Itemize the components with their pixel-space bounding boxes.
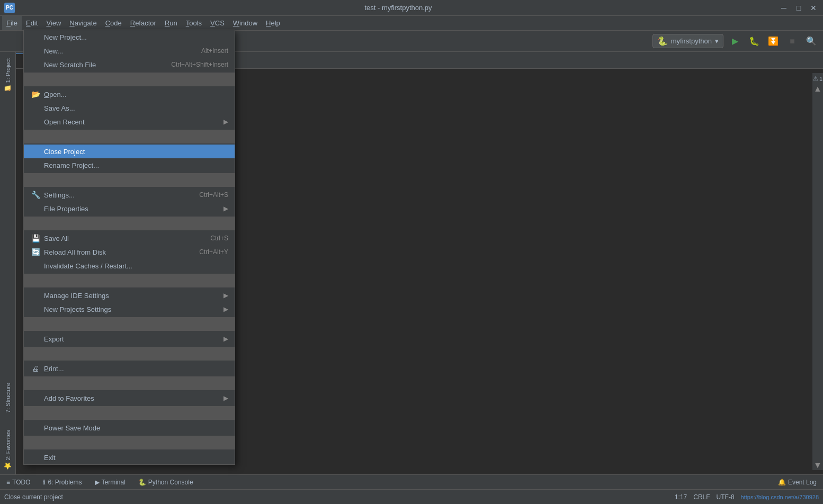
debug-button[interactable]: 🐛 bbox=[747, 34, 762, 49]
menu-new-scratch-label: New Scratch File bbox=[44, 61, 160, 69]
event-log-label: Event Log bbox=[788, 479, 817, 486]
sidebar-tab-favorites[interactable]: ⭐ 2: Favorites bbox=[2, 421, 14, 474]
terminal-icon: ▶ bbox=[95, 479, 100, 486]
file-dropdown-menu[interactable]: New Project... New... Alt+Insert New Scr… bbox=[23, 30, 235, 465]
bottom-tab-problems[interactable]: ℹ 6: Problems bbox=[41, 479, 84, 486]
menu-vcs[interactable]: VCS bbox=[206, 16, 229, 30]
menu-add-to-favorites[interactable]: Add to Favorites ▶ bbox=[24, 391, 235, 405]
separator-3 bbox=[24, 173, 235, 187]
menu-add-favorites-label: Add to Favorites bbox=[44, 394, 221, 402]
menu-new-projects-label: New Projects Settings bbox=[44, 305, 221, 313]
reload-shortcut: Ctrl+Alt+Y bbox=[199, 248, 228, 256]
menu-edit[interactable]: Edit bbox=[22, 16, 42, 30]
menu-open-recent[interactable]: Open Recent ▶ bbox=[24, 115, 235, 129]
line-ending[interactable]: CRLF bbox=[693, 493, 710, 501]
menu-rename-project-label: Rename Project... bbox=[44, 161, 228, 169]
menu-new[interactable]: New... Alt+Insert bbox=[24, 44, 235, 58]
menu-exit[interactable]: Exit bbox=[24, 451, 235, 464]
menu-invalidate-caches[interactable]: Invalidate Caches / Restart... bbox=[24, 259, 235, 273]
url-link[interactable]: https://blog.csdn.net/a/730928 bbox=[741, 494, 819, 500]
settings-shortcut: Ctrl+Alt+S bbox=[199, 191, 228, 199]
menu-file-properties[interactable]: File Properties ▶ bbox=[24, 202, 235, 215]
menu-manage-ide-label: Manage IDE Settings bbox=[44, 292, 221, 300]
separator-1 bbox=[24, 73, 235, 86]
run-button[interactable]: ▶ bbox=[728, 34, 743, 49]
bottom-tab-todo[interactable]: ≡ TODO bbox=[4, 479, 32, 486]
menu-settings[interactable]: 🔧 Settings... Ctrl+Alt+S bbox=[24, 188, 235, 202]
problems-label: 6: Problems bbox=[48, 479, 82, 486]
menu-open-recent-label: Open Recent bbox=[44, 118, 221, 126]
menu-power-save[interactable]: Power Save Mode bbox=[24, 421, 235, 435]
menu-manage-ide-settings[interactable]: Manage IDE Settings ▶ bbox=[24, 289, 235, 302]
bottom-toolbar: ≡ TODO ℹ 6: Problems ▶ Terminal 🐍 Python… bbox=[0, 474, 823, 489]
menu-reload-disk-label: Reload All from Disk bbox=[44, 248, 189, 256]
menu-run[interactable]: Run bbox=[160, 16, 182, 30]
window-title: test - myfirstpython.py bbox=[18, 4, 779, 12]
menu-power-save-label: Power Save Mode bbox=[44, 424, 228, 432]
menu-navigate[interactable]: Navigate bbox=[65, 16, 101, 30]
titlebar: PC test - myfirstpython.py ─ □ ✕ bbox=[0, 0, 823, 16]
menubar: File Edit View Navigate Code Refactor Ru… bbox=[0, 16, 823, 31]
menu-rename-project[interactable]: Rename Project... bbox=[24, 158, 235, 172]
menu-file[interactable]: File bbox=[2, 16, 22, 30]
coverage-button[interactable]: ⏬ bbox=[766, 34, 781, 49]
maximize-button[interactable]: □ bbox=[793, 3, 804, 13]
menu-open-label: Open... bbox=[44, 91, 228, 98]
menu-view[interactable]: View bbox=[42, 16, 65, 30]
menu-help[interactable]: Help bbox=[262, 16, 284, 30]
bottom-tab-terminal[interactable]: ▶ Terminal bbox=[93, 479, 128, 486]
menu-print[interactable]: 🖨 Print... bbox=[24, 362, 235, 375]
menu-settings-label: Settings... bbox=[44, 191, 189, 199]
encoding[interactable]: UTF-8 bbox=[717, 493, 735, 501]
bottom-tab-python-console[interactable]: 🐍 Python Console bbox=[136, 479, 195, 486]
minimize-button[interactable]: ─ bbox=[779, 3, 789, 13]
menu-save-all[interactable]: 💾 Save All Ctrl+S bbox=[24, 231, 235, 245]
run-config-label: myfirstpython bbox=[671, 37, 712, 45]
menu-reload-disk[interactable]: 🔄 Reload All from Disk Ctrl+Alt+Y bbox=[24, 245, 235, 259]
menu-new-project-label: New Project... bbox=[44, 33, 228, 41]
statusbar: Close current project 1:17 CRLF UTF-8 ht… bbox=[0, 489, 823, 504]
bottom-tab-event-log[interactable]: 🔔 Event Log bbox=[776, 479, 819, 486]
menu-new-scratch[interactable]: New Scratch File Ctrl+Alt+Shift+Insert bbox=[24, 58, 235, 71]
menu-code[interactable]: Code bbox=[101, 16, 126, 30]
menu-tools[interactable]: Tools bbox=[182, 16, 206, 30]
close-button[interactable]: ✕ bbox=[808, 3, 819, 13]
statusbar-right: 1:17 CRLF UTF-8 https://blog.csdn.net/a/… bbox=[675, 493, 819, 501]
menu-save-all-label: Save All bbox=[44, 235, 200, 242]
statusbar-message: Close current project bbox=[4, 493, 63, 501]
menu-close-project[interactable]: Close Project bbox=[24, 145, 235, 158]
menu-save-as[interactable]: Save As... bbox=[24, 101, 235, 115]
menu-new-projects-settings[interactable]: New Projects Settings ▶ bbox=[24, 302, 235, 316]
sidebar-tab-project[interactable]: 📁 1: Project bbox=[2, 54, 14, 97]
sidebar-tab-structure[interactable]: 7: Structure bbox=[3, 379, 13, 417]
app-logo: PC bbox=[4, 3, 15, 13]
stop-button[interactable]: ■ bbox=[785, 34, 800, 49]
separator-10 bbox=[24, 436, 235, 449]
open-folder-icon: 📂 bbox=[30, 90, 41, 98]
save-all-icon: 💾 bbox=[30, 234, 41, 242]
problems-icon: ℹ bbox=[43, 479, 46, 486]
window-controls: ─ □ ✕ bbox=[779, 3, 819, 13]
caret-position[interactable]: 1:17 bbox=[675, 493, 687, 501]
run-config-selector[interactable]: 🐍 myfirstpython ▾ bbox=[652, 34, 723, 48]
separator-9 bbox=[24, 406, 235, 420]
menu-open[interactable]: 📂 Open... bbox=[24, 87, 235, 101]
menu-refactor[interactable]: Refactor bbox=[126, 16, 160, 30]
manage-ide-arrow: ▶ bbox=[223, 292, 228, 299]
separator-5 bbox=[24, 274, 235, 287]
separator-2 bbox=[24, 130, 235, 143]
separator-8 bbox=[24, 376, 235, 390]
editor-gutter-right: ⚠ 1 ▲ ▼ bbox=[812, 73, 823, 470]
scroll-up-icon[interactable]: ▲ bbox=[813, 84, 822, 94]
menu-save-as-label: Save As... bbox=[44, 104, 228, 112]
menu-export-label: Export bbox=[44, 335, 221, 343]
menu-window[interactable]: Window bbox=[229, 16, 262, 30]
scroll-down-icon[interactable]: ▼ bbox=[813, 461, 822, 470]
search-everywhere-button[interactable]: 🔍 bbox=[804, 34, 819, 49]
scratch-shortcut: Ctrl+Alt+Shift+Insert bbox=[171, 61, 228, 68]
terminal-label: Terminal bbox=[102, 479, 126, 486]
menu-export[interactable]: Export ▶ bbox=[24, 332, 235, 346]
todo-label: TODO bbox=[12, 479, 30, 486]
menu-new-project[interactable]: New Project... bbox=[24, 30, 235, 44]
menu-print-label: Print... bbox=[44, 365, 228, 373]
